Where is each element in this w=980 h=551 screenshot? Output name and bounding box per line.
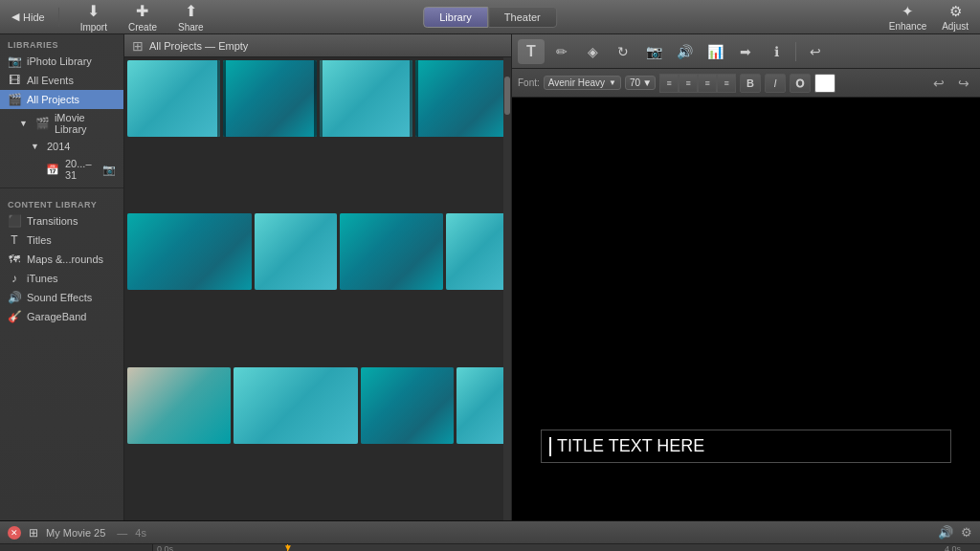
tab-theater[interactable]: Theater <box>488 7 557 28</box>
arrow-button[interactable]: ➡ <box>732 39 759 64</box>
timeline-grid-icon: ⊞ <box>29 526 38 540</box>
timeline-tracks: 0.0s 4.0s 4.0s – <box>153 544 980 551</box>
info-icon: ℹ <box>774 44 779 59</box>
preview-toolbar: T ✏ ◈ ↻ 📷 🔊 📊 ➡ ℹ <box>512 34 980 69</box>
main-area: LIBRARIES 📷 iPhoto Library 🎞 All Events … <box>0 34 980 520</box>
timeline-project-name: My Movie 25 <box>46 527 105 539</box>
action-button[interactable]: ↻ <box>610 39 636 64</box>
timeline-sidebar: ♪ <box>0 544 153 551</box>
effects-button[interactable]: ◈ <box>579 39 606 64</box>
color-swatch[interactable] <box>814 74 835 93</box>
sound-icon: 🔊 <box>8 291 21 304</box>
import-button[interactable]: ⬇ Import <box>73 0 115 34</box>
media-clip[interactable] <box>127 213 252 290</box>
media-clip[interactable] <box>340 213 443 290</box>
camera-tool-icon: 📷 <box>646 44 662 59</box>
track-label-main: ♪ <box>0 544 152 551</box>
preview-screen: TITLE TEXT HERE <box>512 98 980 520</box>
library-icon: 🎬 <box>35 117 49 130</box>
tab-library[interactable]: Library <box>423 7 488 28</box>
align-right-button[interactable]: ≡ <box>698 74 717 93</box>
preview-panel: T ✏ ◈ ↻ 📷 🔊 📊 ➡ ℹ <box>511 34 980 520</box>
text-tool-button[interactable]: T <box>518 39 545 64</box>
audio-icon[interactable]: 🔊 <box>938 525 953 540</box>
style-button[interactable]: ✏ <box>548 39 575 64</box>
content-library-label: CONTENT LIBRARY <box>0 192 123 211</box>
media-grid <box>124 57 511 520</box>
sidebar-item-date-range[interactable]: 📅 20...–31 📷 <box>0 155 123 184</box>
align-left-button[interactable]: ≡ <box>659 74 679 93</box>
audio-icon: 🔊 <box>677 44 693 59</box>
media-clip[interactable] <box>361 367 454 444</box>
adjust-button[interactable]: ⚙ Adjust <box>942 3 969 32</box>
media-clip[interactable] <box>234 367 358 444</box>
iphoto-icon: 📷 <box>8 55 21 68</box>
media-grid-icon: ⊞ <box>132 38 144 54</box>
media-clip[interactable] <box>255 213 337 290</box>
media-row-2 <box>127 213 508 290</box>
hide-button[interactable]: ◀ Hide <box>11 11 45 23</box>
maps-icon: 🗺 <box>8 253 21 266</box>
sidebar-item-iphoto[interactable]: 📷 iPhoto Library <box>0 52 123 71</box>
undo-button[interactable]: ↩ <box>802 39 829 64</box>
font-select-arrow: ▼ <box>609 78 616 87</box>
alignment-group: ≡ ≡ ≡ ≡ <box>659 74 736 93</box>
enhance-button[interactable]: ✦ Enhance <box>889 3 926 32</box>
transitions-icon: ⬛ <box>8 214 21 228</box>
libraries-section-label: LIBRARIES <box>0 34 123 52</box>
info-button[interactable]: ℹ <box>763 39 790 64</box>
share-icon: ⬆ <box>185 2 197 20</box>
audio-button[interactable]: 🔊 <box>671 39 698 64</box>
italic-button[interactable]: I <box>765 74 786 93</box>
playhead[interactable] <box>287 544 288 551</box>
media-clip[interactable] <box>446 213 508 290</box>
share-button[interactable]: ⬆ Share <box>170 0 212 34</box>
media-clip[interactable] <box>320 60 412 137</box>
sidebar-item-maps[interactable]: 🗺 Maps &...rounds <box>0 250 123 269</box>
settings-icon[interactable]: ⚙ <box>961 525 972 540</box>
sidebar-item-itunes[interactable]: ♪ iTunes <box>0 269 123 288</box>
expand-icon-2014: ▼ <box>31 142 39 151</box>
timeline-close-button[interactable]: ✕ <box>8 526 21 540</box>
media-clip[interactable] <box>223 60 316 137</box>
create-button[interactable]: ✚ Create <box>121 0 165 34</box>
outline-button[interactable]: O <box>790 74 811 93</box>
chart-button[interactable]: 📊 <box>702 39 728 64</box>
media-browser-scrollbar[interactable] <box>503 57 511 520</box>
sidebar-item-imovie-library[interactable]: ▼ 🎬 iMovie Library <box>0 109 123 138</box>
text-cursor <box>549 437 551 456</box>
media-browser-title: All Projects — Empty <box>149 40 248 52</box>
action-icon: ↻ <box>617 44 629 59</box>
itunes-icon: ♪ <box>8 272 21 285</box>
timeline-icons: 🔊 ⚙ <box>938 525 972 540</box>
title-text-box[interactable]: TITLE TEXT HERE <box>541 430 951 463</box>
media-clip[interactable] <box>415 60 508 137</box>
timeline: ✕ ⊞ My Movie 25 — 4s 🔊 ⚙ ♪ 0.0s 4.0s <box>0 520 980 551</box>
hide-icon: ◀ <box>11 11 19 23</box>
sidebar-item-sound-effects[interactable]: 🔊 Sound Effects <box>0 288 123 307</box>
arrow-icon: ➡ <box>740 44 751 59</box>
align-center-button[interactable]: ≡ <box>679 74 698 93</box>
sidebar-item-garageband[interactable]: 🎸 GarageBand <box>0 307 123 326</box>
sidebar-item-all-projects[interactable]: 🎬 All Projects <box>0 90 123 109</box>
undo-text-button[interactable]: ↩ <box>928 74 949 93</box>
titles-icon: T <box>8 233 21 247</box>
sidebar-item-transitions[interactable]: ⬛ Transitions <box>0 211 123 231</box>
font-size-select[interactable]: 70 ▼ <box>625 76 656 90</box>
media-clip[interactable] <box>457 367 508 444</box>
scrollbar-thumb[interactable] <box>504 77 510 115</box>
bold-button[interactable]: B <box>740 74 761 93</box>
redo-text-button[interactable]: ↪ <box>953 74 974 93</box>
media-clip[interactable] <box>127 367 231 444</box>
chart-icon: 📊 <box>707 44 724 59</box>
media-browser: ⊞ All Projects — Empty <box>124 34 511 520</box>
media-clip[interactable] <box>127 60 220 137</box>
sidebar-item-2014[interactable]: ▼ 2014 <box>0 138 123 155</box>
camera-button[interactable]: 📷 <box>640 39 667 64</box>
align-justify-button[interactable]: ≡ <box>717 74 736 93</box>
garageband-icon: 🎸 <box>8 310 21 323</box>
sidebar-divider <box>0 187 123 188</box>
sidebar-item-all-events[interactable]: 🎞 All Events <box>0 71 123 90</box>
font-family-select[interactable]: Avenir Heavy ▼ <box>544 76 621 90</box>
sidebar-item-titles[interactable]: T Titles <box>0 231 123 250</box>
